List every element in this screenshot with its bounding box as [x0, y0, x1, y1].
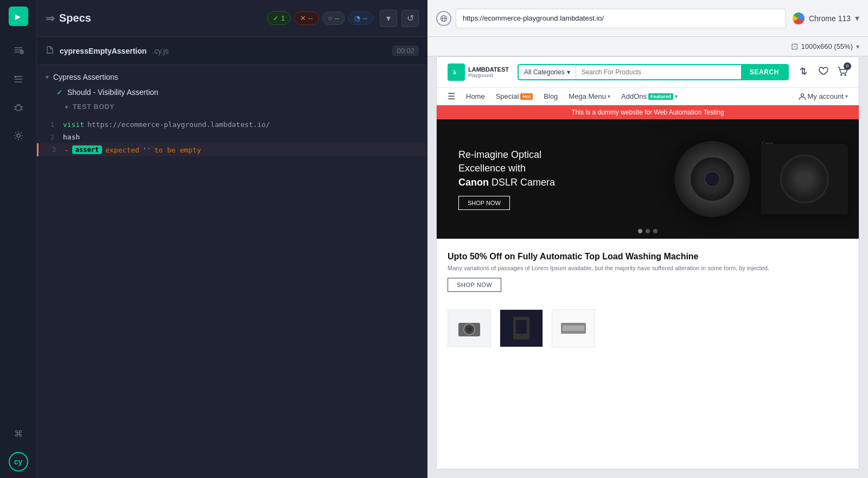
dropdown-button[interactable]: ▾: [380, 10, 397, 27]
sidebar-item-settings[interactable]: [9, 126, 28, 145]
code-line-2: 2 hash: [37, 131, 427, 143]
svg-text:▶: ▶: [15, 13, 21, 21]
alert-bar: This is a dummy website for Web Automati…: [437, 105, 859, 119]
resolution-bar: ⊡ 1000x660 (55%) ▾: [427, 37, 868, 56]
category-chevron-icon: ▾: [567, 68, 570, 76]
cart-icon[interactable]: 0: [837, 66, 848, 79]
ecom-nav: ☰ Home Special Hot Blog Mega Menu ▾ AddO…: [437, 88, 859, 105]
skip-count: --: [335, 14, 340, 22]
lambda-logo-icon: λ: [448, 63, 465, 81]
lambda-logo-text: LAMBDATEST Playground: [468, 66, 509, 78]
svg-point-13: [801, 93, 803, 96]
dot-3: [653, 229, 658, 233]
svg-point-16: [467, 327, 472, 332]
run-count: --: [362, 14, 367, 22]
promo-cta-button[interactable]: SHOP NOW: [448, 278, 501, 292]
nav-my-account[interactable]: My account ▾: [799, 92, 848, 100]
category-select[interactable]: All Categories ▾: [519, 65, 576, 79]
cart-badge: 0: [844, 62, 851, 70]
suite-row[interactable]: ▾ Cypress Assertions: [37, 69, 427, 85]
specs-icon: ⇒: [46, 12, 55, 25]
specs-title: ⇒ Specs: [46, 12, 260, 25]
skip-pill: ○ --: [322, 11, 346, 25]
keyboard-shortcut-icon[interactable]: ⌘: [9, 424, 28, 443]
svg-rect-20: [563, 326, 584, 331]
refresh-button[interactable]: ↺: [401, 10, 419, 27]
featured-badge: Featured: [648, 93, 673, 100]
browser-chevron-icon[interactable]: ▾: [855, 13, 859, 23]
sidebar-item-bugs[interactable]: [9, 98, 28, 117]
code-content-3: - assert expected '' to be empty: [65, 145, 201, 154]
chrome-logo-icon: [793, 12, 805, 24]
visit-url: https://ecommerce-playground.lambdatest.…: [87, 120, 270, 129]
check-icon: ✓: [273, 14, 279, 22]
nav-mega-menu[interactable]: Mega Menu ▾: [569, 92, 610, 100]
header-bar: ⇒ Specs ✓ 1 ✕ -- ○ -- ◔ -- ▾ ↺: [37, 0, 427, 37]
nav-special[interactable]: Special Hot: [496, 92, 533, 100]
svg-point-5: [17, 134, 20, 137]
wishlist-icon[interactable]: [818, 66, 828, 79]
svg-rect-18: [516, 320, 527, 334]
test-row[interactable]: ✓ Should - Visibility Assertion: [37, 85, 427, 100]
lambdatest-logo: λ LAMBDATEST Playground: [448, 63, 509, 81]
product-grid: [437, 301, 859, 356]
file-ext: .cy.js: [152, 47, 169, 55]
test-body-label: TEST BODY: [73, 103, 114, 111]
browser-viewport: λ LAMBDATEST Playground All Categories ▾…: [436, 56, 859, 469]
hero-cameras: Canon EOS-1 Ds: [696, 119, 859, 239]
assert-minus: -: [65, 146, 69, 154]
assert-badge: assert: [72, 145, 102, 154]
sidebar-item-test-runs[interactable]: [9, 69, 28, 89]
file-header: cypressEmptyAssertion .cy.js 00:02: [37, 37, 427, 65]
hero-title: Re-imagine Optical Excellence with Canon…: [458, 148, 555, 189]
sidebar: ▶ ⌘ cy: [0, 0, 37, 478]
hero-text: Re-imagine Optical Excellence with Canon…: [458, 148, 555, 210]
specs-label: Specs: [59, 12, 91, 24]
hamburger-icon[interactable]: ☰: [448, 91, 455, 101]
body-chevron-icon: ▾: [65, 104, 68, 110]
account-chevron: ▾: [845, 93, 848, 99]
fail-pill: ✕ --: [294, 11, 319, 25]
svg-point-12: [845, 74, 846, 75]
nav-home[interactable]: Home: [466, 92, 485, 100]
url-input[interactable]: [456, 9, 786, 28]
visit-keyword: visit: [63, 120, 84, 129]
status-pills: ✓ 1 ✕ -- ○ -- ◔ --: [267, 11, 373, 25]
dot-2: [646, 229, 650, 233]
fail-count: --: [308, 14, 313, 22]
ecom-header: λ LAMBDATEST Playground All Categories ▾…: [437, 57, 859, 88]
promo-title: Upto 50% Off on Fully Automatic Top Load…: [448, 252, 848, 262]
globe-icon: [436, 11, 451, 26]
resolution-icon: ⊡: [791, 41, 798, 52]
pass-pill: ✓ 1: [267, 11, 291, 25]
product-thumb-3[interactable]: [552, 309, 595, 347]
search-button[interactable]: SEARCH: [741, 65, 788, 79]
compare-icon[interactable]: [798, 66, 809, 79]
product-thumb-2[interactable]: [500, 309, 543, 347]
nav-addons[interactable]: AddOns Featured ▾: [621, 92, 678, 100]
test-body-header[interactable]: ▾ TEST BODY: [37, 100, 427, 114]
code-line-3: 3 - assert expected '' to be empty: [37, 143, 427, 156]
file-icon: [46, 46, 54, 56]
svg-text:λ: λ: [453, 69, 456, 75]
ecommerce-site: λ LAMBDATEST Playground All Categories ▾…: [437, 57, 859, 469]
line-num-3: 3: [39, 146, 65, 154]
sidebar-item-file-explorer[interactable]: [9, 41, 28, 61]
mega-menu-chevron: ▾: [608, 93, 610, 99]
resolution-text: 1000x660 (55%): [801, 42, 853, 50]
url-bar-area: [436, 9, 786, 28]
search-area: All Categories ▾ SEARCH: [518, 64, 789, 80]
promo-section: Upto 50% Off on Fully Automatic Top Load…: [437, 239, 859, 301]
product-thumb-1[interactable]: [448, 309, 491, 347]
resolution-chevron-icon[interactable]: ▾: [856, 43, 859, 50]
empty-string: '': [143, 146, 151, 154]
code-content-2: hash: [63, 133, 80, 141]
left-panel: ⇒ Specs ✓ 1 ✕ -- ○ -- ◔ -- ▾ ↺: [37, 0, 427, 478]
nav-blog[interactable]: Blog: [544, 92, 558, 100]
code-content-1: visit https://ecommerce-playground.lambd…: [63, 120, 270, 129]
file-name: cypressEmptyAssertion: [60, 47, 146, 55]
right-panel: Chrome 113 ▾ ⊡ 1000x660 (55%) ▾ λ: [427, 0, 868, 478]
hero-shop-now-button[interactable]: SHOP NOW: [458, 196, 510, 210]
search-input[interactable]: [576, 65, 741, 79]
code-area: 1 visit https://ecommerce-playground.lam…: [37, 114, 427, 161]
